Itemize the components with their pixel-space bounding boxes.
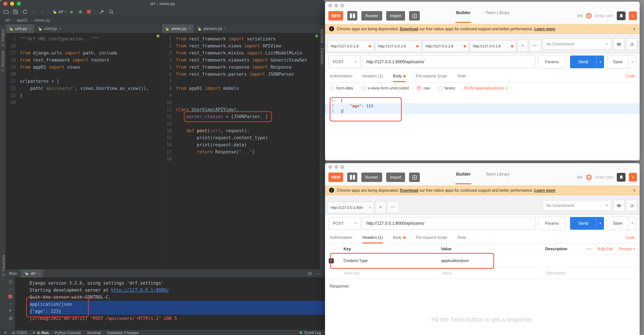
subtab-headers[interactable]: Headers (1) bbox=[362, 231, 383, 243]
statusbar-menu-icon[interactable]: ≡ bbox=[4, 330, 6, 334]
close-icon[interactable]: × bbox=[224, 27, 226, 31]
environment-preview-icon[interactable] bbox=[614, 200, 624, 211]
subtab-tests[interactable]: Tests bbox=[457, 231, 466, 243]
url-input[interactable] bbox=[362, 217, 536, 230]
save-button[interactable]: Save bbox=[607, 216, 628, 230]
settings-gear-icon[interactable] bbox=[626, 38, 637, 50]
settings-gear-icon[interactable] bbox=[626, 200, 637, 211]
statusbar-run[interactable]: ▶ 4: Run bbox=[33, 330, 48, 334]
account-menu-button[interactable]: ▾ bbox=[629, 12, 637, 20]
subtab-body[interactable]: Body bbox=[393, 70, 406, 82]
new-button[interactable]: NEW bbox=[328, 173, 343, 182]
run-configuration-select[interactable]: drf ▾ bbox=[52, 9, 66, 14]
statusbar-terminal[interactable]: Terminal bbox=[87, 330, 101, 334]
subtab-authorization[interactable]: Authorization bbox=[330, 231, 352, 243]
close-icon[interactable]: × bbox=[369, 205, 371, 210]
minimize-window-button[interactable] bbox=[10, 2, 14, 6]
subtab-authorization[interactable]: Authorization bbox=[330, 70, 352, 82]
back-icon[interactable]: ← bbox=[32, 10, 36, 14]
close-icon[interactable]: × bbox=[29, 27, 31, 31]
toolwindow-button-database[interactable]: Database bbox=[320, 48, 324, 65]
subtab-pre-request[interactable]: Pre-request Script bbox=[416, 70, 447, 82]
down-stack-icon[interactable]: ↓ bbox=[9, 301, 11, 305]
stop-button[interactable] bbox=[87, 10, 91, 14]
breadcrumb-item[interactable]: drf bbox=[6, 18, 10, 22]
close-banner-icon[interactable]: × bbox=[633, 26, 636, 32]
subtab-tests[interactable]: Tests bbox=[457, 70, 466, 82]
rerun-icon[interactable] bbox=[8, 280, 12, 284]
presets-dropdown[interactable]: Presets▾ bbox=[619, 247, 635, 251]
close-icon[interactable]: × bbox=[188, 27, 191, 31]
header-key-cell[interactable]: Content-Type bbox=[337, 258, 436, 263]
new-key-input[interactable] bbox=[344, 270, 428, 276]
tab-team-library[interactable]: Team Library bbox=[485, 163, 510, 185]
console-settings-icon[interactable] bbox=[8, 315, 13, 321]
breadcrumb-item[interactable]: views.py bbox=[34, 18, 50, 22]
learn-more-link[interactable]: Learn more bbox=[534, 27, 555, 31]
params-button[interactable]: Params bbox=[538, 55, 566, 69]
request-tab[interactable]: http://127.0.0.1:8 bbox=[328, 40, 374, 52]
toolwindow-button-favorites[interactable]: 2: Favorites bbox=[1, 254, 6, 276]
url-input[interactable] bbox=[362, 55, 536, 68]
body-language-select[interactable]: JSON (application/json)▾ bbox=[463, 86, 507, 90]
minimize-window-button[interactable] bbox=[334, 165, 338, 169]
download-link[interactable]: Download bbox=[400, 188, 418, 192]
close-window-button[interactable] bbox=[3, 2, 8, 6]
import-button[interactable]: Import bbox=[386, 173, 405, 182]
editor-tab-parsers[interactable]: parsers.py × bbox=[194, 24, 230, 33]
send-options-caret[interactable]: ▾ bbox=[596, 217, 604, 230]
download-link[interactable]: Download bbox=[400, 27, 418, 31]
import-button[interactable]: Import bbox=[386, 11, 405, 21]
radio-raw[interactable]: raw bbox=[417, 86, 430, 90]
code-editor-urls[interactable]: 1"""drf URL Configuration..."""1617from … bbox=[6, 33, 161, 269]
code-link[interactable]: Code bbox=[626, 74, 635, 78]
sync-icon[interactable] bbox=[22, 9, 28, 14]
breadcrumb-item[interactable]: app01 bbox=[17, 18, 28, 22]
method-select[interactable]: POST▾ bbox=[328, 55, 361, 68]
editor-tab-urls[interactable]: urls.py × bbox=[6, 24, 34, 33]
code-link[interactable]: Code bbox=[626, 235, 635, 239]
forward-icon[interactable]: → bbox=[40, 10, 44, 14]
notifications-bell-icon[interactable] bbox=[617, 173, 626, 182]
zoom-window-button[interactable] bbox=[17, 2, 21, 6]
search-everywhere-icon[interactable] bbox=[108, 9, 114, 14]
radio-x-www-form-urlencoded[interactable]: x-www-form-urlencoded bbox=[361, 86, 409, 90]
subtab-headers[interactable]: Headers (1) bbox=[362, 70, 383, 82]
environment-preview-icon[interactable] bbox=[614, 38, 624, 50]
editor-tab-views[interactable]: views.py × bbox=[162, 24, 194, 33]
tab-team-library[interactable]: Team Library bbox=[485, 2, 510, 24]
code-editor-views[interactable]: 1from rest_framework import serializers2… bbox=[162, 33, 320, 269]
toolwindow-button-sciview[interactable]: SciView bbox=[320, 29, 324, 43]
statusbar-todo[interactable]: 6: TODO bbox=[12, 330, 27, 334]
close-icon[interactable]: × bbox=[38, 271, 40, 275]
bulk-edit-link[interactable]: Bulk Edit bbox=[598, 247, 613, 251]
wrench-icon[interactable] bbox=[99, 9, 104, 14]
account-menu-button[interactable]: ▾ bbox=[629, 173, 637, 182]
header-value-cell[interactable]: application/json bbox=[436, 258, 540, 263]
stop-process-icon[interactable] bbox=[8, 295, 12, 298]
new-window-icon[interactable] bbox=[409, 173, 420, 182]
tab-builder[interactable]: Builder bbox=[456, 163, 470, 185]
interceptor-icon[interactable] bbox=[577, 13, 583, 19]
sync-status-icon[interactable] bbox=[586, 13, 592, 19]
request-tab[interactable]: http://127.0.0.1:800× bbox=[328, 202, 374, 213]
params-button[interactable]: Params bbox=[538, 216, 566, 230]
close-window-button[interactable] bbox=[328, 165, 332, 169]
raw-body-editor[interactable]: 1▾{2 "age": 1233} bbox=[325, 94, 640, 160]
zoom-window-button[interactable] bbox=[340, 165, 344, 169]
request-tab[interactable]: http://127.0.0.1:8 bbox=[470, 40, 516, 52]
row-checkbox[interactable]: ✓ bbox=[325, 258, 337, 263]
open-folder-icon[interactable] bbox=[3, 9, 9, 14]
tab-overflow-button[interactable]: ••• bbox=[529, 40, 541, 52]
close-window-button[interactable] bbox=[328, 4, 332, 8]
close-banner-icon[interactable]: × bbox=[633, 187, 636, 193]
save-options-caret[interactable]: ▾ bbox=[628, 55, 636, 68]
layout-toggle-icon[interactable] bbox=[347, 11, 357, 21]
runner-button[interactable]: Runner bbox=[361, 11, 382, 21]
save-button[interactable]: Save bbox=[607, 55, 628, 69]
new-tab-button[interactable]: + bbox=[517, 40, 528, 52]
sync-status-icon[interactable] bbox=[586, 175, 592, 180]
layout-toggle-icon[interactable] bbox=[347, 173, 357, 182]
debug-button[interactable] bbox=[78, 9, 83, 14]
subtab-body[interactable]: Body bbox=[393, 231, 406, 243]
